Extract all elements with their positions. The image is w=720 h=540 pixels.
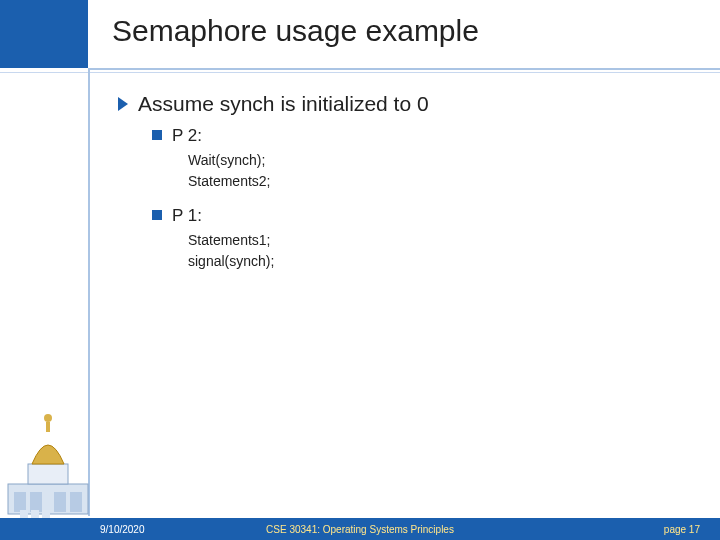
svg-rect-5 (28, 464, 68, 484)
square-bullet-icon (152, 210, 162, 220)
svg-point-7 (44, 414, 52, 422)
p2-body: Wait(synch); Statements2; (188, 150, 690, 192)
content-area: Assume synch is initialized to 0 P 2: Wa… (118, 92, 690, 272)
svg-rect-6 (46, 422, 50, 432)
svg-rect-1 (14, 492, 26, 512)
code-line: Statements1; (188, 230, 690, 251)
svg-rect-4 (70, 492, 82, 512)
svg-rect-2 (30, 492, 42, 512)
title-rule-thin (0, 72, 720, 73)
p1-body: Statements1; signal(synch); (188, 230, 690, 272)
code-line: Statements2; (188, 171, 690, 192)
svg-rect-3 (54, 492, 66, 512)
code-line: Wait(synch); (188, 150, 690, 171)
triangle-bullet-icon (118, 97, 128, 111)
footer-bar: 9/10/2020 CSE 30341: Operating Systems P… (0, 518, 720, 540)
title-rule (88, 68, 720, 70)
footer-date: 9/10/2020 (100, 524, 145, 535)
bullet1-text: Assume synch is initialized to 0 (138, 92, 429, 116)
slide: Semaphore usage example Assume synch is … (0, 0, 720, 540)
bullet-level2-p2: P 2: (152, 126, 690, 146)
header-accent-square (0, 0, 88, 68)
footer-course: CSE 30341: Operating Systems Principles (266, 524, 454, 535)
code-line: signal(synch); (188, 251, 690, 272)
p2-label: P 2: (172, 126, 202, 146)
footer-page: page 17 (664, 524, 700, 535)
bullet-level1: Assume synch is initialized to 0 (118, 92, 690, 116)
dome-illustration (6, 406, 90, 516)
footer-deco-squares (20, 510, 50, 518)
bullet-level2-p1: P 1: (152, 206, 690, 226)
slide-title: Semaphore usage example (112, 14, 479, 48)
p1-label: P 1: (172, 206, 202, 226)
square-bullet-icon (152, 130, 162, 140)
